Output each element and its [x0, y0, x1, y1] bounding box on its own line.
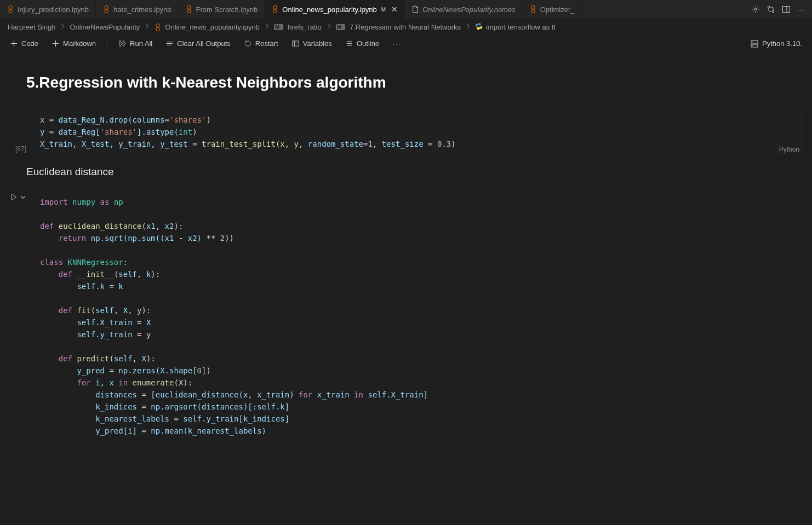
- svg-point-23: [752, 45, 753, 46]
- divider: [107, 39, 107, 49]
- close-icon[interactable]: ✕: [391, 5, 398, 14]
- chevron-right-icon: [143, 22, 151, 32]
- plus-icon: [10, 39, 18, 48]
- label: Markdown: [63, 39, 96, 48]
- svg-point-12: [772, 10, 774, 13]
- server-icon: [750, 39, 759, 48]
- code-cell-1[interactable]: [87] x = data_Reg_N.drop(columns='shares…: [7, 108, 805, 156]
- chevron-right-icon: [325, 22, 333, 32]
- markdown-badge: M↓: [336, 24, 345, 30]
- notebook-toolbar: Code Markdown Run All Clear All Outputs …: [0, 35, 812, 52]
- code-content[interactable]: x = data_Reg_N.drop(columns='shares') y …: [31, 108, 805, 155]
- svg-rect-17: [293, 41, 299, 46]
- tab-optimizer[interactable]: Optimizer_: [523, 0, 582, 19]
- svg-point-22: [752, 41, 753, 42]
- python-icon: [475, 22, 483, 32]
- svg-point-16: [156, 27, 159, 31]
- layout-icon[interactable]: [782, 5, 791, 14]
- markdown-heading-1: 5.Regression with k-Nearest Neighbors al…: [0, 63, 812, 101]
- run-all-icon: [118, 39, 127, 48]
- tab-label: Online_news_popularity.ipynb: [282, 5, 376, 14]
- tab-label: Optimizer_: [540, 5, 575, 14]
- chevron-right-icon: [59, 22, 66, 32]
- svg-point-2: [105, 5, 108, 9]
- crumb[interactable]: hrefs_ratio: [288, 23, 321, 31]
- jupyter-icon: [271, 5, 279, 13]
- tab-hate[interactable]: hate_crimes.ipynb: [96, 0, 179, 19]
- svg-point-6: [273, 5, 277, 9]
- crumb[interactable]: 7.Regression with Neural Networks: [350, 23, 461, 31]
- run-all-button[interactable]: Run All: [113, 37, 158, 50]
- tab-names[interactable]: OnlineNewsPopularity.names: [405, 0, 523, 19]
- svg-point-8: [531, 5, 535, 9]
- variables-button[interactable]: Variables: [286, 37, 338, 50]
- code-editor[interactable]: x = data_Reg_N.drop(columns='shares') y …: [31, 108, 805, 156]
- crumb[interactable]: Online_news_popularity.ipynb: [165, 23, 259, 31]
- kernel-label: Python 3.10.: [762, 39, 802, 48]
- svg-point-5: [187, 9, 191, 13]
- markdown-heading-2: Euclidean distance: [0, 156, 812, 183]
- tab-label: OnlineNewsPopularity.names: [422, 5, 516, 14]
- plus-icon: [52, 39, 60, 48]
- svg-point-3: [105, 9, 108, 13]
- code-editor[interactable]: import numpy as np def euclidean_distanc…: [31, 190, 805, 443]
- jupyter-icon: [7, 5, 14, 13]
- code-cell-2[interactable]: import numpy as np def euclidean_distanc…: [7, 190, 805, 443]
- label: Code: [21, 39, 38, 48]
- label: Variables: [303, 39, 332, 48]
- run-cell-button[interactable]: [10, 193, 18, 202]
- jupyter-icon: [529, 5, 537, 13]
- notebook-body[interactable]: 5.Regression with k-Nearest Neighbors al…: [0, 52, 812, 523]
- tab-injury[interactable]: Injury_prediction.ipynb: [0, 0, 96, 19]
- breadcrumb: Harpreet Singh OnlineNewsPopularity Onli…: [0, 19, 812, 35]
- more-button[interactable]: ···: [387, 37, 407, 50]
- svg-rect-13: [783, 7, 790, 13]
- svg-point-15: [156, 24, 159, 27]
- crumb[interactable]: Harpreet Singh: [8, 23, 55, 31]
- tab-online-active[interactable]: Online_news_popularity.ipynb M ✕: [265, 0, 405, 19]
- cell-gutter: [87]: [7, 108, 31, 156]
- cell-gutter: [7, 190, 31, 443]
- gear-icon[interactable]: [751, 5, 760, 14]
- restart-icon: [244, 39, 252, 48]
- svg-point-10: [754, 8, 757, 10]
- svg-point-1: [9, 9, 12, 13]
- svg-rect-20: [751, 41, 758, 43]
- add-code-button[interactable]: Code: [4, 37, 44, 50]
- jupyter-icon: [154, 24, 162, 31]
- chevron-right-icon: [263, 22, 271, 32]
- language-label: Python: [779, 146, 799, 153]
- markdown-badge: M↓: [274, 24, 283, 30]
- jupyter-icon: [102, 5, 110, 13]
- svg-point-9: [531, 9, 535, 13]
- more-icon: ···: [392, 39, 402, 48]
- chevron-right-icon: [464, 22, 472, 32]
- tab-label: hate_crimes.ipynb: [113, 5, 171, 14]
- svg-rect-21: [751, 44, 758, 47]
- clear-icon: [165, 39, 174, 48]
- crumb[interactable]: import tensorflow as tf: [486, 23, 556, 31]
- git-compare-icon[interactable]: [767, 5, 775, 14]
- label: Clear All Outputs: [177, 39, 231, 48]
- clear-outputs-button[interactable]: Clear All Outputs: [160, 37, 236, 50]
- add-markdown-button[interactable]: Markdown: [46, 37, 101, 50]
- tab-label: Injury_prediction.ipynb: [18, 5, 89, 14]
- execution-count: [87]: [15, 145, 26, 156]
- svg-point-4: [187, 5, 191, 9]
- editor-tabs: Injury_prediction.ipynb hate_crimes.ipyn…: [0, 0, 812, 19]
- svg-point-7: [273, 9, 277, 13]
- tab-label: From Scratch.ipynb: [196, 5, 258, 14]
- crumb[interactable]: OnlineNewsPopularity: [70, 23, 140, 31]
- jupyter-icon: [185, 5, 193, 13]
- chevron-down-icon[interactable]: [20, 194, 26, 201]
- tab-scratch[interactable]: From Scratch.ipynb: [179, 0, 265, 19]
- outline-button[interactable]: Outline: [340, 37, 385, 50]
- restart-button[interactable]: Restart: [238, 37, 284, 50]
- kernel-picker[interactable]: Python 3.10.: [750, 39, 808, 48]
- code-content[interactable]: import numpy as np def euclidean_distanc…: [31, 191, 805, 442]
- label: Restart: [255, 39, 278, 48]
- more-icon[interactable]: ···: [797, 5, 807, 14]
- titlebar-actions: ···: [746, 0, 812, 19]
- label: Outline: [357, 39, 379, 48]
- svg-point-11: [768, 6, 770, 8]
